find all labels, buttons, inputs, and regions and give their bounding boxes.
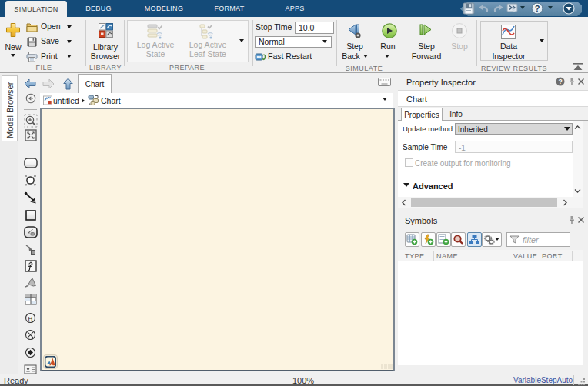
svg-text:?: ?	[558, 78, 562, 85]
svg-text:H: H	[28, 315, 33, 322]
svg-text:?: ?	[535, 4, 540, 13]
